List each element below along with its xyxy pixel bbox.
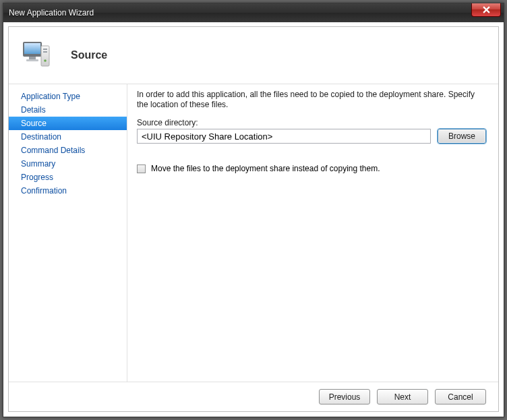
sidebar-item-source[interactable]: Source bbox=[9, 117, 127, 130]
sidebar-item-confirmation[interactable]: Confirmation bbox=[9, 184, 127, 198]
sidebar-item-details[interactable]: Details bbox=[9, 103, 127, 117]
svg-rect-6 bbox=[43, 51, 47, 53]
previous-button[interactable]: Previous bbox=[319, 389, 370, 404]
move-checkbox-label: Move the files to the deployment share i… bbox=[151, 164, 380, 173]
cancel-button[interactable]: Cancel bbox=[435, 389, 486, 404]
svg-rect-3 bbox=[26, 59, 38, 61]
close-button[interactable] bbox=[471, 3, 501, 17]
browse-button[interactable]: Browse bbox=[438, 129, 486, 144]
sidebar-item-application-type[interactable]: Application Type bbox=[9, 90, 127, 103]
computer-icon bbox=[21, 39, 53, 71]
wizard-window: New Application Wizard bbox=[3, 3, 504, 417]
move-checkbox[interactable] bbox=[137, 164, 146, 173]
source-row: Browse bbox=[137, 129, 486, 144]
sidebar-item-destination[interactable]: Destination bbox=[9, 130, 127, 144]
svg-point-7 bbox=[44, 59, 47, 62]
wizard-body: Application TypeDetailsSourceDestination… bbox=[9, 84, 498, 382]
source-directory-input[interactable] bbox=[137, 129, 431, 144]
move-checkbox-row: Move the files to the deployment share i… bbox=[137, 164, 486, 173]
sidebar-item-summary[interactable]: Summary bbox=[9, 157, 127, 171]
instruction-text: In order to add this application, all th… bbox=[137, 90, 486, 110]
wizard-header: Source bbox=[9, 27, 498, 84]
close-icon bbox=[483, 6, 490, 13]
svg-rect-5 bbox=[43, 49, 47, 50]
svg-rect-2 bbox=[29, 57, 36, 59]
source-directory-label: Source directory: bbox=[137, 118, 486, 127]
page-title: Source bbox=[71, 49, 107, 61]
wizard-footer: Previous Next Cancel bbox=[9, 382, 498, 411]
svg-rect-1 bbox=[24, 43, 40, 54]
window-title: New Application Wizard bbox=[9, 8, 94, 18]
wizard-inner: Source Application TypeDetailsSourceDest… bbox=[8, 26, 499, 412]
sidebar-item-command-details[interactable]: Command Details bbox=[9, 144, 127, 157]
sidebar-item-progress[interactable]: Progress bbox=[9, 171, 127, 184]
wizard-content: In order to add this application, all th… bbox=[127, 84, 498, 382]
wizard-sidebar: Application TypeDetailsSourceDestination… bbox=[9, 84, 127, 382]
titlebar[interactable]: New Application Wizard bbox=[3, 3, 504, 22]
next-button[interactable]: Next bbox=[377, 389, 428, 404]
